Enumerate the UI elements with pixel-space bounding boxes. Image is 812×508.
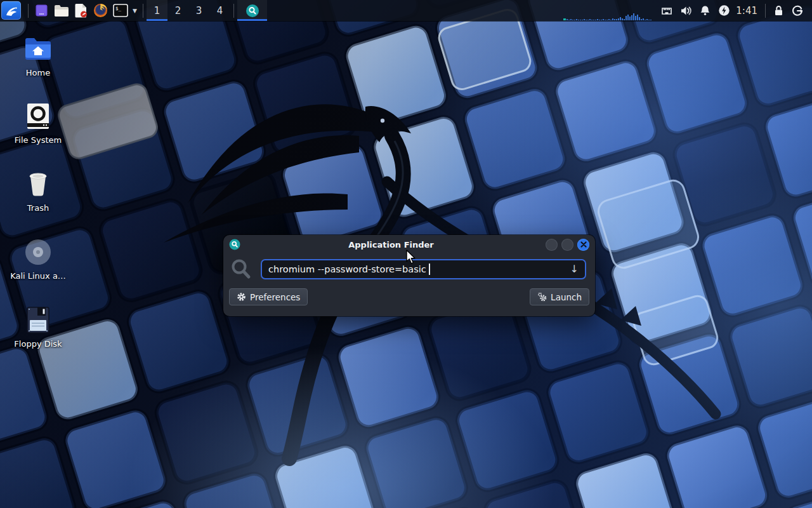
clock[interactable]: 1:41 [736, 5, 757, 17]
preferences-button[interactable]: Preferences [229, 288, 308, 305]
file-manager-icon [54, 4, 69, 17]
minimize-button[interactable] [546, 239, 558, 251]
desktop-icon-trash[interactable]: Trash [6, 168, 70, 213]
lock-icon [773, 4, 785, 17]
desktop-icon-home[interactable]: Home [6, 33, 70, 77]
desktop-icon-kali-volume[interactable]: Kali Linux a… [6, 236, 70, 281]
logout-icon [791, 4, 804, 17]
workspace-button-2[interactable]: 2 [167, 0, 188, 21]
notifications-icon [699, 4, 711, 17]
window-app-finder-icon [229, 239, 240, 250]
terminal-icon: $_ [113, 4, 128, 17]
arrow-down-icon[interactable]: ↓ [570, 264, 579, 274]
panel-separator [233, 4, 234, 18]
application-finder-window: Application Finder chromium --password-s… [223, 235, 595, 316]
terminal-menu-chevron[interactable]: ▼ [130, 8, 140, 14]
network-icon [660, 4, 673, 17]
command-input[interactable]: chromium --password-store=basic ↓ [261, 259, 586, 279]
launcher-terminal[interactable]: $_ [110, 1, 130, 20]
logout-button[interactable] [788, 0, 807, 21]
floppy-disk-icon [6, 304, 70, 336]
search-icon [230, 258, 252, 281]
mouse-cursor [405, 250, 418, 265]
kali-menu-icon [4, 4, 19, 18]
close-button[interactable] [577, 239, 589, 251]
workspace-button-4[interactable]: 4 [209, 0, 230, 21]
text-caret [429, 264, 430, 275]
applications-menu-button[interactable] [1, 1, 21, 20]
network-tray-button[interactable] [657, 0, 676, 21]
text-editor-icon [74, 3, 88, 18]
filesystem-drive-icon [6, 100, 70, 132]
power-icon [718, 4, 730, 17]
desktop-icon-floppy[interactable]: Floppy Disk [6, 304, 70, 349]
panel-separator [28, 4, 29, 18]
close-icon [580, 241, 587, 248]
taskbar-app-finder-button[interactable] [237, 0, 267, 21]
maximize-button[interactable] [561, 239, 573, 251]
desktop-icon-file-system[interactable]: File System [6, 100, 70, 145]
command-input-value: chromium --password-store=basic [268, 264, 426, 274]
top-panel: $_ ▼ 1 2 3 4 [0, 0, 812, 21]
launch-gears-icon [537, 292, 547, 302]
app-finder-icon [246, 4, 259, 18]
launcher-file-manager[interactable] [51, 1, 71, 20]
lock-screen-button[interactable] [769, 0, 788, 21]
disc-volume-icon [6, 236, 70, 268]
volume-icon [679, 4, 692, 17]
purple-app-icon [34, 3, 49, 18]
power-manager-tray-button[interactable] [714, 0, 733, 21]
launcher-web-browser[interactable] [91, 1, 110, 20]
workspace-button-3[interactable]: 3 [188, 0, 209, 21]
trash-icon [6, 168, 70, 200]
launcher-purple-app[interactable] [32, 1, 51, 20]
cpu-graph[interactable] [562, 0, 657, 21]
window-title: Application Finder [240, 240, 542, 250]
launch-button[interactable]: Launch [530, 288, 589, 305]
gear-icon [237, 292, 246, 302]
svg-text:$_: $_ [115, 6, 122, 11]
volume-tray-button[interactable] [676, 0, 695, 21]
desktop: $_ ▼ 1 2 3 4 [0, 0, 812, 508]
notifications-tray-button[interactable] [695, 0, 714, 21]
home-folder-icon [6, 33, 70, 65]
panel-separator [765, 4, 766, 18]
workspace-button-1[interactable]: 1 [147, 0, 167, 21]
firefox-icon [93, 3, 108, 18]
launcher-text-editor[interactable] [71, 1, 91, 20]
panel-separator [143, 4, 143, 18]
